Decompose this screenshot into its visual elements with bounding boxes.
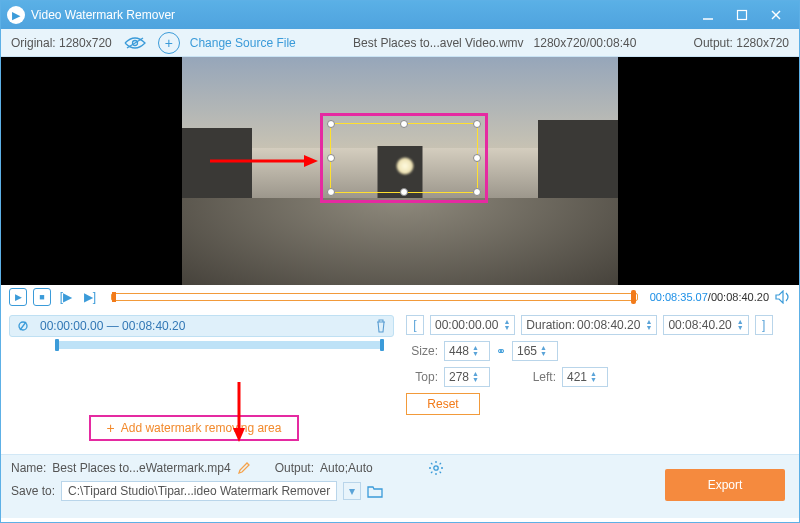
end-time-input[interactable]: 00:08:40.20▲▼: [663, 315, 748, 335]
bottom-bar: Name: Best Places to...eWatermark.mp4 Ou…: [1, 454, 799, 518]
segment-item[interactable]: 00:00:00.00 — 00:08:40.20: [9, 315, 394, 337]
svg-marker-11: [233, 428, 245, 442]
segment-range-slider[interactable]: [55, 341, 384, 349]
output-resolution: Output: 1280x720: [694, 36, 789, 50]
mark-out-button[interactable]: ▶]: [81, 288, 99, 306]
app-title: Video Watermark Remover: [31, 8, 691, 22]
segment-icon: [18, 319, 34, 333]
left-input[interactable]: 421▲▼: [562, 367, 608, 387]
top-label: Top:: [406, 370, 438, 384]
open-folder-icon[interactable]: [367, 484, 383, 498]
size-label: Size:: [406, 344, 438, 358]
left-label: Left:: [524, 370, 556, 384]
close-button[interactable]: [759, 1, 793, 29]
video-viewer[interactable]: [1, 57, 799, 285]
spinner-icon[interactable]: ▲▼: [472, 371, 479, 383]
duration-input[interactable]: Duration:00:08:40.20▲▼: [521, 315, 657, 335]
resize-handle[interactable]: [473, 120, 481, 128]
output-name: Best Places to...eWatermark.mp4: [52, 461, 230, 475]
delete-segment-icon[interactable]: [375, 319, 387, 333]
save-to-label: Save to:: [11, 484, 55, 498]
spinner-icon[interactable]: ▲▼: [540, 345, 547, 357]
timeline-scrubber[interactable]: [111, 293, 638, 301]
export-button[interactable]: Export: [665, 469, 785, 501]
play-button[interactable]: ▶: [9, 288, 27, 306]
original-resolution: Original: 1280x720: [11, 36, 112, 50]
add-watermark-area-button[interactable]: + Add watermark removing area: [89, 415, 299, 441]
add-watermark-label: Add watermark removing area: [121, 421, 282, 435]
watermark-selection-box[interactable]: [330, 123, 478, 193]
stop-button[interactable]: ■: [33, 288, 51, 306]
video-frame: [182, 57, 618, 285]
spinner-icon[interactable]: ▲▼: [590, 371, 597, 383]
resize-handle[interactable]: [327, 188, 335, 196]
toolbar: Original: 1280x720 + Change Source File …: [1, 29, 799, 57]
time-display: 00:08:35.07/00:08:40.20: [650, 291, 769, 303]
mark-in-button[interactable]: [▶: [57, 288, 75, 306]
bracket-out-icon[interactable]: ]: [755, 315, 773, 335]
volume-icon[interactable]: [775, 290, 791, 304]
save-path-dropdown[interactable]: ▾: [343, 482, 361, 500]
link-aspect-icon[interactable]: ⚭: [496, 344, 506, 358]
output-format: Auto;Auto: [320, 461, 373, 475]
segment-range: 00:00:00.00 — 00:08:40.20: [40, 319, 185, 333]
width-input[interactable]: 448▲▼: [444, 341, 490, 361]
resize-handle[interactable]: [473, 188, 481, 196]
svg-rect-1: [738, 11, 747, 20]
change-source-link[interactable]: Change Source File: [190, 36, 296, 50]
titlebar: ▶ Video Watermark Remover: [1, 1, 799, 29]
resize-handle[interactable]: [400, 120, 408, 128]
spinner-icon[interactable]: ▲▼: [737, 319, 744, 331]
resize-handle[interactable]: [473, 154, 481, 162]
bracket-in-icon[interactable]: [: [406, 315, 424, 335]
start-time-input[interactable]: 00:00:00.00▲▼: [430, 315, 515, 335]
annotation-arrow-icon: [210, 153, 318, 169]
save-path-input[interactable]: C:\Tipard Studio\Tipar...ideo Watermark …: [61, 481, 337, 501]
plus-icon: +: [107, 420, 115, 436]
current-file-info: Best Places to...avel Video.wmv 1280x720…: [306, 36, 684, 50]
top-input[interactable]: 278▲▼: [444, 367, 490, 387]
resize-handle[interactable]: [400, 188, 408, 196]
spinner-icon[interactable]: ▲▼: [472, 345, 479, 357]
svg-point-12: [434, 466, 438, 470]
height-input[interactable]: 165▲▼: [512, 341, 558, 361]
resize-handle[interactable]: [327, 154, 335, 162]
output-settings-icon[interactable]: [429, 461, 443, 475]
edit-name-icon[interactable]: [237, 461, 251, 475]
name-label: Name:: [11, 461, 46, 475]
transport-bar: ▶ ■ [▶ ▶] 00:08:35.07/00:08:40.20: [1, 285, 799, 309]
resize-handle[interactable]: [327, 120, 335, 128]
output-label: Output:: [275, 461, 314, 475]
maximize-button[interactable]: [725, 1, 759, 29]
svg-marker-7: [304, 155, 318, 167]
add-source-icon[interactable]: +: [158, 32, 180, 54]
reset-button[interactable]: Reset: [406, 393, 480, 415]
preview-toggle-icon[interactable]: [122, 34, 148, 52]
spinner-icon[interactable]: ▲▼: [503, 319, 510, 331]
annotation-arrow-down-icon: [231, 382, 247, 442]
app-logo-icon: ▶: [7, 6, 25, 24]
minimize-button[interactable]: [691, 1, 725, 29]
spinner-icon[interactable]: ▲▼: [645, 319, 652, 331]
